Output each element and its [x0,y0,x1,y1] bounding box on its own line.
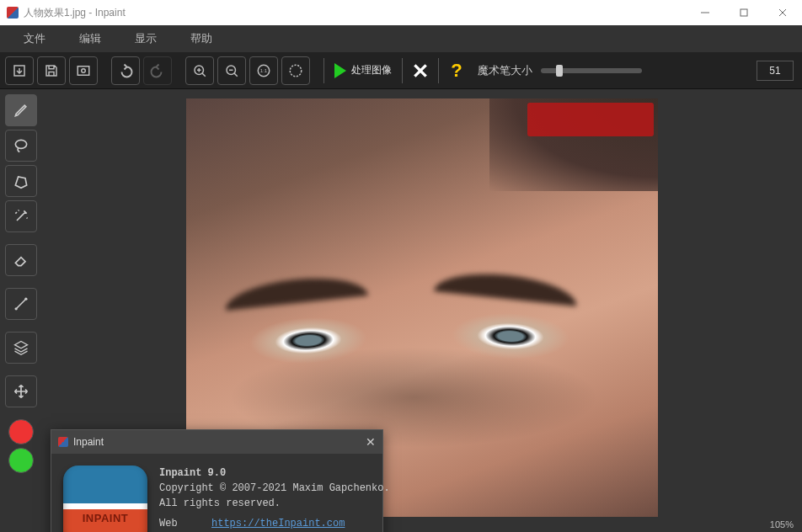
menu-view[interactable]: 显示 [118,26,174,51]
menu-help[interactable]: 帮助 [174,26,229,51]
tool-sidebar [0,89,42,532]
green-mask-toggle[interactable] [8,448,34,473]
marker-tool[interactable] [5,94,37,126]
svg-point-6 [15,140,26,148]
toolbar: 1:1 处理图像 ? 魔术笔大小 [0,52,802,89]
about-close-button[interactable]: ✕ [366,435,376,449]
workarea: 105% Inpaint ✕ Inpaint 9.0 Copyright © 2… [0,89,802,532]
about-web-label: Web [159,516,211,531]
main-window: 人物效果1.jpg - Inpaint 文件 编辑 显示 帮助 1:1 处理图像 [0,0,802,532]
about-text: Inpaint 9.0 Copyright © 2007-2021 Maxim … [159,466,405,532]
titlebar: 人物效果1.jpg - Inpaint [0,0,802,25]
about-app-icon [58,437,68,447]
polygon-tool[interactable] [5,165,37,197]
about-title-text: Inpaint [73,436,104,448]
about-web-link[interactable]: https://theInpaint.com [211,516,345,531]
svg-text:1:1: 1:1 [260,68,268,73]
about-rights: All rights reserved. [159,496,405,511]
brush-size-label: 魔术笔大小 [478,63,532,78]
minimize-button[interactable] [686,0,724,25]
zoom-level: 105% [770,519,794,529]
zoom-actual-button[interactable]: 1:1 [249,56,278,85]
lasso-tool[interactable] [5,130,37,162]
redo-button[interactable] [143,56,172,85]
window-controls [686,0,802,25]
cancel-button[interactable] [406,56,435,85]
red-mask-toggle[interactable] [8,419,34,444]
line-tool[interactable] [5,288,37,320]
svg-rect-0 [741,9,747,16]
brush-size-slider[interactable] [541,68,642,73]
close-button[interactable] [763,0,802,25]
process-label: 处理图像 [351,63,392,77]
maximize-button[interactable] [724,0,763,25]
help-button[interactable]: ? [442,60,471,82]
play-icon [334,63,346,78]
preview-button[interactable] [69,56,98,85]
zoom-out-button[interactable] [217,56,246,85]
about-dialog: Inpaint ✕ Inpaint 9.0 Copyright © 2007-2… [51,429,383,532]
titlebar-text: 人物效果1.jpg - Inpaint [24,6,686,20]
about-copyright: Copyright © 2007-2021 Maxim Gapchenko. [159,481,405,496]
menu-edit[interactable]: 编辑 [62,26,118,51]
about-titlebar[interactable]: Inpaint ✕ [51,430,382,454]
brush-size-input[interactable] [757,61,794,81]
menu-file[interactable]: 文件 [7,26,62,51]
zoom-in-button[interactable] [185,56,214,85]
zoom-fit-button[interactable] [281,56,310,85]
eraser-tool[interactable] [5,244,37,276]
save-button[interactable] [37,56,66,85]
menubar: 文件 编辑 显示 帮助 [0,25,802,52]
open-button[interactable] [5,56,34,85]
undo-button[interactable] [111,56,140,85]
layers-tool[interactable] [5,332,37,364]
magic-wand-tool[interactable] [5,200,37,232]
about-heading: Inpaint 9.0 [159,467,226,479]
about-logo [63,466,147,532]
move-tool[interactable] [5,375,37,407]
process-button[interactable]: 处理图像 [328,56,398,85]
svg-point-5 [290,65,302,77]
selection-mask [527,103,654,136]
app-icon [7,7,19,19]
